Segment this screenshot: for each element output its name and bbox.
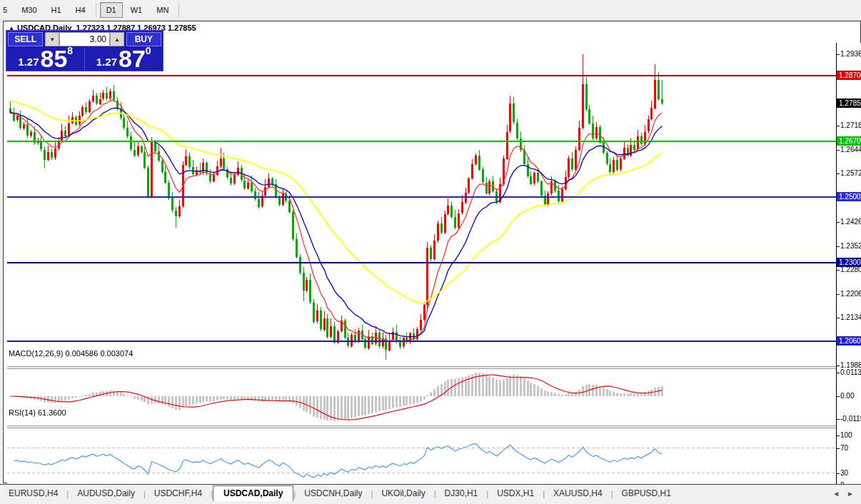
price-tick-mark	[837, 126, 840, 126]
toolbar-separator	[178, 3, 179, 17]
price-tick-mark	[837, 246, 840, 247]
rsi-axis-label: 100	[840, 431, 852, 439]
price-tick-mark	[837, 294, 840, 295]
volume-decrease-icon[interactable]: ▼	[45, 32, 59, 46]
price-axis-label: 1.21340	[840, 313, 861, 321]
volume-increase-icon[interactable]: ▲	[110, 32, 124, 46]
price-axis-label: 1.27180	[840, 121, 861, 129]
rsi-label: RSI(14) 61.3600	[9, 408, 66, 417]
price-axis-label: 1.24260	[840, 218, 861, 226]
macd-panel[interactable]	[7, 369, 836, 425]
price-tick-mark	[837, 366, 840, 366]
rsi-canvas[interactable]	[7, 428, 836, 487]
price-axis-label: 1.22800	[840, 266, 861, 273]
price-tick-mark	[837, 222, 840, 223]
status-strip	[0, 501, 861, 504]
price-tick-mark	[837, 173, 840, 174]
macd-tick-mark	[837, 419, 840, 420]
tab-scroll-right-icon[interactable]: ►	[847, 490, 854, 498]
sell-price[interactable]: 1.27 85 8	[6, 46, 85, 71]
timeframe-button-w1[interactable]: W1	[124, 2, 149, 18]
tab-usdx-h1[interactable]: USDX,H1	[488, 486, 543, 501]
timeframe-button-d1[interactable]: D1	[100, 2, 123, 18]
timeframe-toolbar: 5M30H1H4D1W1MN	[0, 0, 861, 20]
tab-usdcad-daily[interactable]: USDCAD,Daily	[213, 485, 293, 502]
level-price-label: 1.28700	[837, 71, 861, 80]
price-tick-mark	[837, 318, 840, 318]
rsi-panel[interactable]	[7, 428, 836, 487]
buy-button[interactable]: BUY	[126, 32, 161, 46]
price-axis[interactable]: 1.293601.287001.278551.271801.267001.264…	[836, 43, 861, 504]
timeframe-button-m30[interactable]: M30	[15, 2, 43, 18]
price-axis-label: 1.23520	[840, 242, 861, 250]
timeframe-button-5[interactable]: 5	[0, 2, 14, 18]
current-price-label: 1.27855	[837, 99, 861, 108]
macd-axis-label: -0.01190	[840, 415, 861, 423]
rsi-axis-label: 30	[840, 469, 848, 477]
main-chart-panel[interactable]	[7, 43, 836, 366]
tab-usdcnh-daily[interactable]: USDCNH,Daily	[296, 486, 371, 501]
macd-canvas[interactable]	[7, 369, 836, 425]
price-axis-label: 1.22060	[840, 290, 861, 298]
price-tick-mark	[837, 54, 840, 55]
volume-input[interactable]	[59, 32, 110, 46]
macd-axis-label: 0.01135	[840, 368, 861, 376]
candlestick-chart-canvas[interactable]	[7, 43, 836, 366]
price-axis-label: 1.25720	[840, 169, 861, 177]
chart-window: 28 Dec 202016 Jan 20214 Feb 202123 Feb 2…	[3, 21, 861, 483]
tab-gbpusd-h1[interactable]: GBPUSD,H1	[613, 486, 680, 501]
tab-ukoil-daily[interactable]: UKOil,Daily	[373, 486, 433, 501]
symbol-tab-bar: EURUSD,H4|AUDUSD,Daily|USDCHF,H4|USDCAD,…	[0, 484, 861, 501]
macd-axis-label: 0.00	[840, 392, 854, 400]
timeframe-button-mn[interactable]: MN	[150, 2, 175, 18]
macd-tick-mark	[837, 396, 840, 397]
toolbar-separator	[96, 3, 96, 17]
rsi-tick-mark	[837, 473, 840, 474]
tab-xauusd-h4[interactable]: XAUUSD,H4	[545, 486, 611, 501]
tab-audusd-daily[interactable]: AUDUSD,Daily	[69, 486, 144, 501]
level-price-label: 1.20609	[837, 336, 861, 346]
one-click-trade-panel: SELL ▼ ▲ BUY 1.27 85 8 1.27 87 0	[6, 30, 163, 71]
rsi-axis-label: 70	[840, 444, 848, 452]
price-tick-mark	[837, 270, 840, 271]
timeframe-button-h4[interactable]: H4	[69, 2, 92, 18]
macd-tick-mark	[837, 373, 840, 373]
price-axis-label: 1.26440	[840, 146, 861, 153]
tab-eurusd-h4[interactable]: EURUSD,H4	[0, 486, 66, 501]
level-price-label: 1.25003	[837, 192, 861, 201]
tab-dj30-h1[interactable]: DJ30,H1	[436, 486, 487, 501]
price-tick-mark	[837, 150, 840, 151]
buy-price[interactable]: 1.27 87 0	[85, 46, 163, 71]
level-price-label: 1.26700	[837, 136, 861, 146]
macd-label: MACD(12,26,9) 0.004586 0.003074	[9, 349, 133, 358]
price-axis-label: 1.29360	[840, 50, 861, 58]
tab-scroll-left-icon[interactable]: ◄	[832, 490, 840, 498]
rsi-tick-mark	[837, 435, 840, 436]
rsi-tick-mark	[837, 448, 840, 449]
timeframe-button-h1[interactable]: H1	[45, 2, 68, 18]
sell-button[interactable]: SELL	[8, 32, 43, 46]
tab-usdchf-h4[interactable]: USDCHF,H4	[146, 486, 211, 501]
